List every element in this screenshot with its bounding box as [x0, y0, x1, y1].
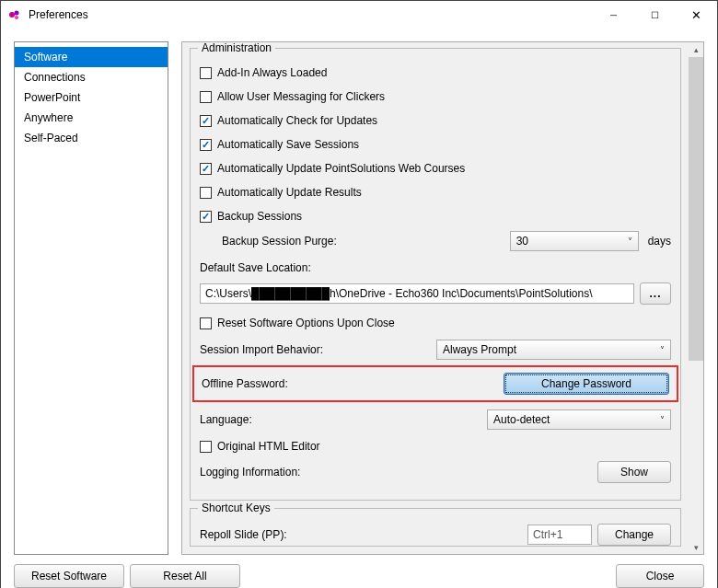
dropdown-value: 30 — [516, 235, 528, 248]
sidebar-item-connections[interactable]: Connections — [15, 67, 168, 87]
checkbox-update-web[interactable] — [200, 163, 212, 175]
group-legend: Shortcut Keys — [198, 502, 274, 514]
sidebar-item-label: Self-Paced — [24, 132, 78, 144]
backup-purge-label: Backup Session Purge: — [222, 235, 337, 248]
checkbox-reset-on-close[interactable] — [200, 317, 212, 329]
minimize-button[interactable] — [593, 1, 634, 29]
checkbox-label: Original HTML Editor — [217, 440, 320, 453]
scroll-up-arrow[interactable]: ▴ — [689, 42, 703, 56]
checkbox-addin-loaded[interactable] — [200, 67, 212, 79]
checkbox-label: Backup Sessions — [217, 210, 302, 223]
button-label: ... — [649, 287, 661, 300]
dropdown-value: Auto-detect — [493, 413, 550, 426]
show-logging-button[interactable]: Show — [597, 461, 671, 483]
sidebar-item-anywhere[interactable]: Anywhere — [15, 108, 168, 128]
checkbox-label: Automatically Check for Updates — [217, 114, 377, 127]
scroll-thumb[interactable] — [689, 57, 703, 361]
backup-purge-unit: days — [648, 235, 671, 248]
browse-button[interactable]: ... — [640, 282, 671, 305]
content-panel: Administration Add-In Always Loaded Allo… — [181, 41, 689, 555]
checkbox-label: Allow User Messaging for Clickers — [217, 90, 385, 103]
sidebar-item-software[interactable]: Software — [15, 47, 168, 67]
change-shortcut-button[interactable]: Change — [597, 524, 671, 546]
textbox-value: Ctrl+1 — [533, 528, 562, 541]
default-save-path-input[interactable]: C:\Users\██████████h\OneDrive - Echo360 … — [200, 283, 634, 304]
close-window-button[interactable] — [676, 1, 717, 29]
sidebar-item-label: Software — [24, 51, 67, 63]
change-password-button[interactable]: Change Password — [504, 373, 669, 395]
backup-purge-dropdown[interactable]: 30 — [510, 231, 639, 251]
logging-label: Logging Information: — [200, 466, 300, 478]
offline-password-label: Offline Password: — [202, 377, 288, 390]
content-wrap: Administration Add-In Always Loaded Allo… — [181, 41, 704, 555]
checkbox-label: Add-In Always Loaded — [217, 66, 327, 79]
reset-software-button[interactable]: Reset Software — [14, 564, 124, 588]
language-label: Language: — [200, 413, 252, 426]
preferences-window: Preferences Software Connections PowerPo… — [0, 0, 718, 588]
checkbox-label: Automatically Update PointSolutions Web … — [217, 162, 465, 175]
textbox-value: C:\Users\██████████h\OneDrive - Echo360 … — [205, 287, 593, 300]
vertical-scrollbar[interactable]: ▴ ▾ — [689, 41, 704, 555]
language-dropdown[interactable]: Auto-detect — [487, 409, 671, 430]
checkbox-original-html[interactable] — [200, 441, 212, 453]
sidebar: Software Connections PowerPoint Anywhere… — [14, 41, 168, 555]
footer: Reset Software Reset All Close — [14, 555, 704, 588]
offline-password-row: Offline Password: Change Password — [192, 365, 678, 402]
sidebar-item-label: PowerPoint — [24, 91, 80, 104]
window-body: Software Connections PowerPoint Anywhere… — [1, 29, 717, 588]
button-label: Change — [615, 528, 654, 541]
button-label: Show — [620, 466, 648, 478]
close-button[interactable]: Close — [616, 564, 704, 588]
checkbox-update-results[interactable] — [200, 187, 212, 199]
sidebar-item-powerpoint[interactable]: PowerPoint — [15, 87, 168, 108]
checkbox-backup-sessions[interactable] — [200, 211, 212, 223]
group-legend: Administration — [198, 41, 275, 54]
default-save-label: Default Save Location: — [200, 261, 311, 274]
window-controls — [593, 1, 717, 29]
checkbox-user-messaging[interactable] — [200, 91, 212, 103]
group-shortcut-keys: Shortcut Keys Repoll Slide (PP): Ctrl+1 … — [190, 508, 681, 547]
button-label: Reset All — [163, 570, 206, 582]
repoll-label: Repoll Slide (PP): — [200, 528, 287, 541]
sidebar-item-selfpaced[interactable]: Self-Paced — [15, 128, 168, 148]
button-label: Change Password — [541, 377, 631, 390]
reset-all-button[interactable]: Reset All — [130, 564, 240, 588]
maximize-button[interactable] — [634, 1, 676, 29]
sidebar-item-label: Connections — [24, 71, 86, 84]
button-label: Close — [646, 570, 675, 582]
checkbox-label: Automatically Update Results — [217, 186, 362, 199]
group-administration: Administration Add-In Always Loaded Allo… — [190, 48, 681, 501]
app-icon — [8, 7, 23, 22]
svg-point-1 — [15, 11, 19, 16]
checkbox-label: Automatically Save Sessions — [217, 138, 359, 151]
dropdown-value: Always Prompt — [443, 343, 516, 356]
session-import-label: Session Import Behavior: — [200, 343, 323, 356]
sidebar-item-label: Anywhere — [24, 111, 73, 124]
svg-point-0 — [9, 12, 15, 17]
checkbox-save-sessions[interactable] — [200, 139, 212, 151]
main-area: Software Connections PowerPoint Anywhere… — [14, 41, 704, 555]
checkbox-check-updates[interactable] — [200, 115, 212, 127]
repoll-shortcut-input[interactable]: Ctrl+1 — [527, 525, 592, 545]
button-label: Reset Software — [31, 570, 107, 582]
window-title: Preferences — [29, 8, 593, 21]
checkbox-label: Reset Software Options Upon Close — [217, 317, 395, 329]
svg-point-2 — [15, 16, 18, 19]
titlebar: Preferences — [1, 1, 717, 29]
scroll-down-arrow[interactable]: ▾ — [689, 540, 703, 554]
session-import-dropdown[interactable]: Always Prompt — [436, 340, 671, 360]
